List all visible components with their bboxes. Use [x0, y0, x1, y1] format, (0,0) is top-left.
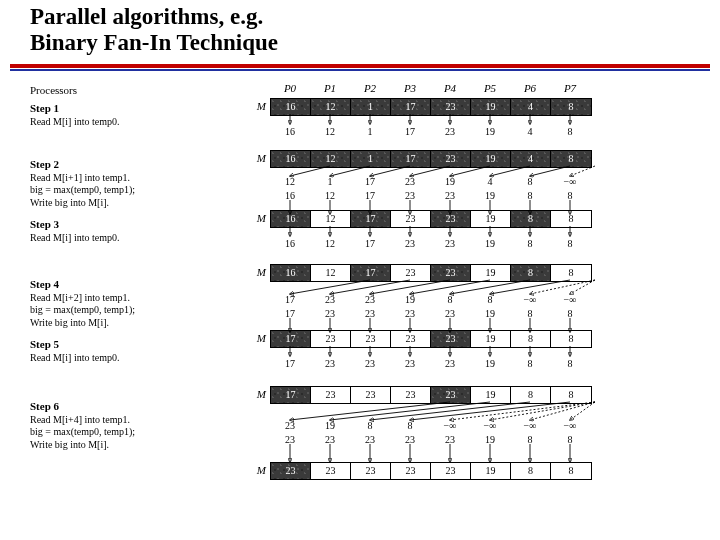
step5-vals: 17 23 23 23 23 19 8 8	[270, 358, 590, 369]
cell: 19	[471, 331, 511, 347]
step6-line1: Read M[i+4] into temp1.	[30, 414, 240, 427]
step5-M-label: M	[248, 332, 266, 344]
val: −∞	[430, 420, 470, 431]
cell: 8	[551, 211, 591, 227]
proc-P2: P2	[350, 82, 390, 94]
val: 17	[350, 190, 390, 201]
cell: 19	[471, 151, 511, 167]
svg-line-36	[450, 280, 530, 294]
cell: 4	[511, 151, 551, 167]
cell: 23	[391, 211, 431, 227]
svg-line-63	[570, 402, 595, 420]
val: −∞	[550, 420, 590, 431]
val: −∞	[550, 176, 590, 187]
cell: 8	[551, 463, 591, 479]
title-rule-blue	[10, 69, 710, 71]
val: 17	[390, 126, 430, 137]
val: 8	[550, 190, 590, 201]
val: 8	[470, 294, 510, 305]
cell: 23	[431, 151, 471, 167]
svg-line-34	[370, 280, 450, 294]
proc-P6: P6	[510, 82, 550, 94]
step2-array: 16 12 1 17 23 19 4 8	[270, 150, 592, 168]
step3-array: 16 12 17 23 23 19 8 8	[270, 210, 592, 228]
step4-text: Step 4 Read M[i+2] into temp1. big = max…	[30, 278, 240, 329]
cell: 19	[471, 211, 511, 227]
step1-vals: 16 12 1 17 23 19 4 8	[270, 126, 590, 137]
val: 17	[350, 176, 390, 187]
cell: 8	[551, 331, 591, 347]
val: −∞	[470, 420, 510, 431]
cell: 19	[471, 265, 511, 281]
step6-text: Step 6 Read M[i+4] into temp1. big = max…	[30, 400, 240, 451]
val: 8	[510, 434, 550, 445]
val: 23	[430, 190, 470, 201]
val: 12	[270, 176, 310, 187]
cell: 23	[431, 463, 471, 479]
step2-M-label: M	[248, 152, 266, 164]
cell: 12	[311, 151, 351, 167]
cell: 8	[551, 99, 591, 115]
proc-P4: P4	[430, 82, 470, 94]
val: 23	[390, 434, 430, 445]
val: 8	[550, 126, 590, 137]
title-line-1: Parallel algorithms, e.g.	[30, 4, 263, 29]
cell: 1	[351, 151, 391, 167]
val: 23	[430, 238, 470, 249]
cell: 12	[311, 265, 351, 281]
cell: 23	[391, 265, 431, 281]
val: 12	[310, 126, 350, 137]
cell: 23	[391, 463, 431, 479]
proc-P3: P3	[390, 82, 430, 94]
cell: 23	[351, 331, 391, 347]
step3-line1: Read M[i] into temp0.	[30, 232, 240, 245]
step1-line1: Read M[i] into temp0.	[30, 116, 240, 129]
step2-vals-read: 12 1 17 23 19 4 8 −∞	[270, 176, 590, 187]
cell: 8	[511, 211, 551, 227]
cell: 19	[471, 99, 511, 115]
svg-line-60	[450, 402, 595, 420]
val: 23	[390, 308, 430, 319]
val: 23	[390, 190, 430, 201]
cell: 23	[311, 331, 351, 347]
svg-line-58	[370, 402, 530, 420]
val: 19	[390, 294, 430, 305]
cell: 23	[351, 463, 391, 479]
val: 8	[510, 190, 550, 201]
svg-line-57	[330, 402, 490, 420]
cell: 8	[511, 265, 551, 281]
cell: 23	[431, 387, 471, 403]
val: 19	[470, 434, 510, 445]
val: −∞	[510, 294, 550, 305]
val: 1	[310, 176, 350, 187]
svg-line-62	[530, 402, 595, 420]
val: 4	[470, 176, 510, 187]
cell: 17	[351, 211, 391, 227]
val: 17	[350, 238, 390, 249]
val: 8	[550, 358, 590, 369]
val: 23	[390, 238, 430, 249]
page-title: Parallel algorithms, e.g. Binary Fan-In …	[30, 4, 278, 57]
step6-M-label: M	[248, 388, 266, 400]
cell: 16	[271, 211, 311, 227]
cell: 8	[511, 463, 551, 479]
cell: 23	[351, 387, 391, 403]
step6-array-prev: 17 23 23 23 23 19 8 8	[270, 386, 592, 404]
val: 19	[470, 358, 510, 369]
val: 23	[310, 308, 350, 319]
cell: 23	[311, 463, 351, 479]
step1-name: Step 1	[30, 102, 240, 116]
step2-text: Step 2 Read M[i+1] into temp1. big = max…	[30, 158, 240, 209]
title-rule-red	[10, 64, 710, 68]
val: 12	[310, 238, 350, 249]
cell: 17	[271, 331, 311, 347]
val: 8	[390, 420, 430, 431]
svg-line-59	[410, 402, 570, 420]
val: 23	[310, 358, 350, 369]
val: 19	[470, 308, 510, 319]
step6-array-final: 23 23 23 23 23 19 8 8	[270, 462, 592, 480]
val: 16	[270, 190, 310, 201]
step2-name: Step 2	[30, 158, 240, 172]
step1-M-label: M	[248, 100, 266, 112]
val: 8	[350, 420, 390, 431]
